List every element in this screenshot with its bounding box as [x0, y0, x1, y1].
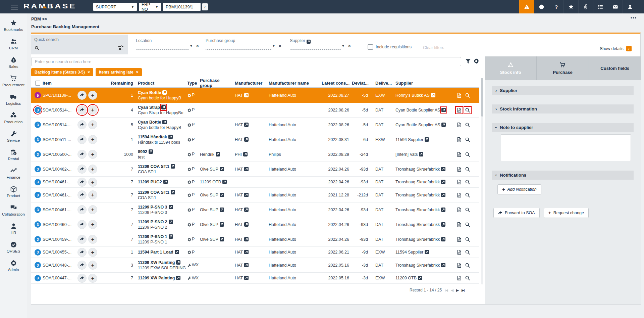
- erp-select[interactable]: ERP-NO▼: [139, 3, 161, 11]
- supplier-link[interactable]: Cyan Bottle Supplier AS: [395, 123, 440, 127]
- search-icon[interactable]: [465, 152, 470, 157]
- tab-stock-info[interactable]: Stock info: [485, 56, 537, 80]
- add-notification-button[interactable]: +Add Notification: [497, 184, 541, 194]
- menu-icon[interactable]: [11, 3, 18, 10]
- table-row[interactable]: 3SOA/100500-...+10008992testPHendrikPHIP…: [31, 147, 479, 162]
- supplier-link[interactable]: 11209 OTB: [395, 276, 417, 280]
- status-badge[interactable]: 3: [35, 207, 41, 213]
- sidebar-item-hr[interactable]: HR: [0, 219, 27, 238]
- external-link-icon[interactable]: [431, 93, 435, 97]
- status-badge[interactable]: 3: [35, 136, 41, 143]
- supplier-link[interactable]: Cyan Bottle Supplier AS: [395, 108, 440, 112]
- status-badge[interactable]: 3: [35, 166, 41, 172]
- document-icon[interactable]: [457, 207, 462, 213]
- table-row[interactable]: 5SPO/101139-...+1Cyan BottleCyan bottle …: [31, 88, 479, 103]
- item-link[interactable]: SPO/101139-...: [43, 93, 77, 98]
- external-link-icon[interactable]: [220, 237, 224, 241]
- check-seal-icon[interactable]: [534, 0, 549, 13]
- external-link-icon[interactable]: [244, 167, 249, 171]
- external-link-icon[interactable]: [243, 152, 248, 156]
- forward-button[interactable]: [77, 91, 87, 100]
- external-link-icon[interactable]: [441, 222, 445, 227]
- table-row[interactable]: 3SOA/100460-...+711209 P-SNO 211209 P-SN…: [31, 217, 479, 232]
- item-link[interactable]: SOA/100500-...: [43, 152, 77, 157]
- sliders-icon[interactable]: [118, 45, 124, 51]
- external-link-icon[interactable]: [244, 123, 249, 127]
- external-link-icon[interactable]: [169, 234, 173, 239]
- context-select[interactable]: SUPPORT▼: [93, 3, 137, 11]
- status-badge[interactable]: 3: [35, 249, 41, 256]
- product-link[interactable]: 11209 P-SNO 1: [138, 234, 167, 239]
- remove-chip-icon[interactable]: ×: [136, 70, 139, 75]
- external-link-icon[interactable]: [244, 208, 249, 212]
- external-link-icon[interactable]: [425, 137, 429, 142]
- table-scrollbar[interactable]: [481, 78, 483, 284]
- external-link-icon[interactable]: [441, 237, 445, 241]
- external-link-icon[interactable]: [220, 167, 224, 171]
- search-icon[interactable]: [465, 192, 470, 198]
- document-icon[interactable]: [457, 122, 462, 128]
- table-row[interactable]: 3SOA/100461-...+711209 P-SNO 311209 P-SN…: [31, 202, 479, 217]
- external-link-icon[interactable]: [244, 237, 249, 241]
- sidebar-item-qhses[interactable]: QHSES: [0, 238, 27, 256]
- document-icon[interactable]: [457, 249, 462, 255]
- sidebar-item-procurement[interactable]: Procurement: [0, 72, 27, 90]
- star-icon[interactable]: [564, 0, 578, 13]
- external-link-icon[interactable]: [222, 180, 227, 184]
- external-link-icon[interactable]: [307, 39, 311, 43]
- item-link[interactable]: SOA/100514-...: [43, 108, 77, 112]
- document-icon[interactable]: [457, 192, 462, 198]
- external-link-icon[interactable]: [162, 90, 167, 95]
- product-link[interactable]: 11209 P-SNO 2: [138, 220, 167, 224]
- add-button[interactable]: +: [88, 178, 97, 187]
- supplier-link[interactable]: 11594 Supplier: [395, 250, 423, 255]
- document-icon[interactable]: [457, 179, 462, 185]
- tab-custom-fields[interactable]: Custom fields: [589, 56, 641, 80]
- add-button[interactable]: +: [88, 105, 97, 115]
- table-row[interactable]: 3SOA/100455-...+111594 Part 1 LoadPHATHa…: [31, 247, 479, 258]
- sidebar-item-admin[interactable]: Admin: [0, 256, 27, 275]
- forward-button[interactable]: [77, 120, 87, 129]
- alert-icon[interactable]: [519, 0, 534, 13]
- item-link[interactable]: SOA/100462-...: [43, 167, 77, 172]
- document-icon[interactable]: [457, 237, 462, 242]
- external-link-icon[interactable]: [161, 105, 166, 109]
- external-link-icon[interactable]: [441, 208, 445, 212]
- search-icon[interactable]: [465, 237, 470, 242]
- external-link-icon[interactable]: [163, 180, 168, 184]
- forward-button[interactable]: [77, 235, 87, 244]
- forward-button[interactable]: [77, 248, 87, 257]
- prev-page-icon[interactable]: ◀: [451, 288, 453, 292]
- filter-chip[interactable]: Items arriving late×: [96, 68, 142, 76]
- breadcrumb[interactable]: PBM >>: [31, 16, 47, 21]
- search-icon[interactable]: [465, 167, 470, 172]
- table-row[interactable]: 3SOA/100459-...+711209 P-SNO 111209 P-SN…: [31, 232, 479, 247]
- sidebar-item-service[interactable]: Service: [0, 127, 27, 145]
- external-link-icon[interactable]: [171, 190, 175, 194]
- product-link[interactable]: 11209 COA ST:1: [138, 164, 169, 169]
- next-page-icon[interactable]: ▶: [456, 288, 459, 292]
- product-link[interactable]: 11209 XW Painting: [138, 276, 175, 280]
- checkbox-unchecked[interactable]: [368, 44, 373, 50]
- add-button[interactable]: +: [88, 91, 97, 100]
- supplier-link[interactable]: Tronshaug Skruefabrikk: [395, 222, 440, 227]
- status-badge[interactable]: 3: [35, 192, 41, 198]
- product-link[interactable]: Cyan Bottle: [138, 90, 161, 95]
- search-icon[interactable]: [465, 93, 470, 98]
- product-link[interactable]: Cyan Strap: [138, 105, 160, 110]
- supplier-link[interactable]: Tronshaug Skruefabrikk: [395, 208, 440, 212]
- status-badge[interactable]: 5: [35, 92, 41, 98]
- item-link[interactable]: SOA/100461-...: [43, 193, 77, 197]
- table-row[interactable]: 3SOA/100462-...+711209 COA ST:1COA ST:1P…: [31, 162, 479, 177]
- sidebar-item-rental[interactable]: Rental: [0, 145, 27, 164]
- add-button[interactable]: +: [88, 261, 97, 270]
- forward-button[interactable]: [77, 165, 87, 174]
- search-icon[interactable]: [465, 107, 470, 113]
- external-link-icon[interactable]: [441, 123, 446, 127]
- paperclip-icon[interactable]: [578, 0, 593, 13]
- list-icon[interactable]: [593, 0, 608, 13]
- filter-funnel-icon[interactable]: [465, 58, 471, 64]
- sidebar-item-sales[interactable]: Sales: [0, 53, 27, 72]
- supplier-link[interactable]: Tronshaug Skruefabrikk: [395, 263, 440, 268]
- external-link-icon[interactable]: [419, 152, 423, 156]
